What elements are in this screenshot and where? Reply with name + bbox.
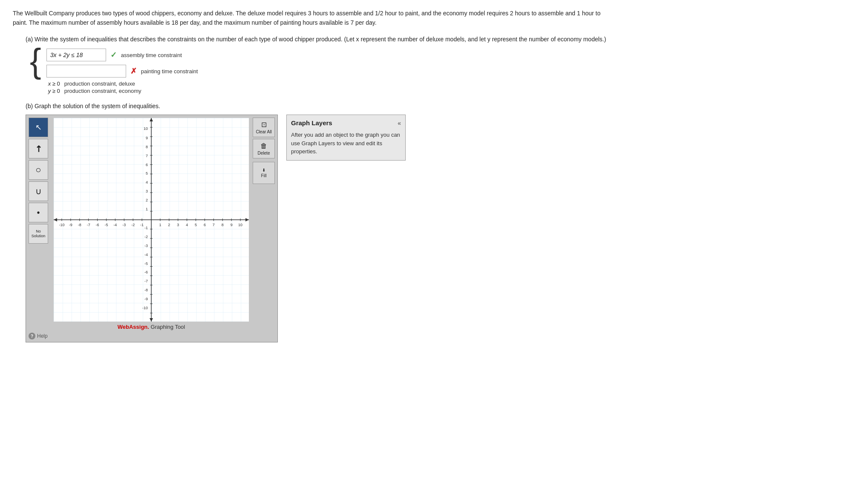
svg-text:4: 4: [146, 181, 148, 185]
svg-text:-2: -2: [131, 223, 135, 227]
graph-layers-description: After you add an object to the graph you…: [291, 131, 401, 156]
constraint-label-3b: production constraint, economy: [64, 88, 141, 94]
graph-toolbar: ↖ ↗ ○ ∪ •: [29, 118, 50, 244]
svg-text:-6: -6: [144, 270, 148, 275]
svg-text:-6: -6: [96, 223, 99, 227]
xy-constraints: x ≥ 0 y ≥ 0: [46, 80, 60, 94]
constraint-row-1: 3x + 2y ≤ 18 ✓ assembly time constraint: [46, 48, 198, 62]
fill-button[interactable]: ⬇ Fill: [253, 162, 275, 184]
no-solution-label: No Solution: [30, 229, 46, 239]
svg-text:-4: -4: [113, 223, 117, 227]
graph-layers-panel: Graph Layers « After you add an object t…: [286, 115, 406, 161]
constraint-input-2[interactable]: [46, 65, 126, 78]
check-icon: ✓: [110, 50, 117, 60]
svg-text:-4: -4: [144, 253, 148, 257]
svg-text:-9: -9: [144, 297, 148, 301]
svg-text:5: 5: [195, 223, 197, 227]
svg-text:-10: -10: [59, 223, 64, 227]
clear-all-icon: ⊡: [261, 121, 267, 129]
circle-tool[interactable]: ○: [29, 160, 48, 180]
help-row[interactable]: ? Help: [29, 333, 275, 339]
delete-icon: 🗑: [260, 142, 267, 150]
constraint-label-1: assembly time constraint: [121, 52, 182, 58]
select-tool[interactable]: ↖: [29, 118, 48, 137]
graph-layers-title: Graph Layers: [291, 119, 332, 126]
svg-text:7: 7: [146, 154, 148, 158]
part-b-section: (b) Graph the solution of the system of …: [13, 103, 855, 342]
curve-tool[interactable]: ∪: [29, 181, 48, 201]
fill-icon: ⬇: [262, 168, 265, 172]
constraint-label-3a: production constraint, deluxe: [64, 80, 141, 87]
clear-all-button[interactable]: ⊡ Clear All: [253, 118, 275, 137]
svg-text:-1: -1: [140, 223, 144, 227]
part-b-title: (b) Graph the solution of the system of …: [26, 103, 855, 109]
svg-text:8: 8: [222, 223, 224, 227]
constraint-row-2: ✗ painting time constraint: [46, 64, 198, 78]
x-icon: ✗: [130, 66, 137, 76]
svg-text:-7: -7: [87, 223, 90, 227]
svg-text:7: 7: [213, 223, 215, 227]
constraint-row-3: x ≥ 0 y ≥ 0 production constraint, delux…: [46, 80, 198, 94]
svg-text:-8: -8: [144, 288, 148, 292]
svg-text:9: 9: [231, 223, 233, 227]
brace-symbol: {: [30, 44, 41, 78]
help-label: Help: [37, 333, 48, 339]
point-tool[interactable]: •: [29, 203, 48, 222]
svg-text:2: 2: [146, 198, 148, 202]
fill-label: Fill: [261, 173, 267, 178]
graph-svg: -10 -9 -8 -7 -6 -5 -4 -3 -2 -1 1 2: [54, 118, 249, 322]
clear-all-label: Clear All: [256, 129, 271, 134]
svg-text:9: 9: [146, 136, 148, 140]
svg-text:6: 6: [204, 223, 206, 227]
constraints-rows: 3x + 2y ≤ 18 ✓ assembly time constraint …: [46, 48, 198, 94]
svg-text:-2: -2: [144, 235, 148, 239]
help-icon: ?: [29, 333, 35, 339]
svg-text:-7: -7: [144, 279, 148, 284]
svg-text:2: 2: [168, 223, 170, 227]
constraint-label-2: painting time constraint: [141, 68, 198, 75]
svg-text:-5: -5: [104, 223, 108, 227]
problem-text: The Wellbuilt Company produces two types…: [13, 9, 609, 28]
constraint-eq-1: 3x + 2y ≤ 18: [46, 49, 106, 61]
svg-text:-1: -1: [144, 226, 148, 230]
graph-canvas[interactable]: -10 -9 -8 -7 -6 -5 -4 -3 -2 -1 1 2: [53, 118, 249, 322]
footer-text: Graphing Tool: [149, 324, 185, 330]
webassign-footer: WebAssign. Graphing Tool: [53, 324, 249, 330]
svg-text:5: 5: [146, 172, 148, 176]
svg-text:1: 1: [146, 207, 148, 211]
svg-text:3: 3: [177, 223, 179, 227]
svg-text:8: 8: [146, 145, 148, 149]
svg-text:3: 3: [146, 189, 148, 193]
svg-text:-8: -8: [78, 223, 81, 227]
svg-text:-10: -10: [142, 306, 148, 310]
svg-text:1: 1: [159, 223, 161, 227]
svg-text:-9: -9: [69, 223, 72, 227]
svg-text:10: 10: [238, 223, 242, 227]
svg-text:-3: -3: [122, 223, 126, 227]
svg-text:6: 6: [146, 163, 148, 167]
svg-text:-5: -5: [144, 262, 148, 266]
collapse-button[interactable]: «: [398, 120, 401, 126]
svg-text:-3: -3: [144, 244, 148, 248]
delete-button[interactable]: 🗑 Delete: [253, 139, 275, 158]
constraint-x: x ≥ 0: [48, 80, 60, 87]
webassign-brand: WebAssign.: [118, 324, 149, 330]
delete-label: Delete: [258, 151, 270, 155]
part-a-title: (a) Write the system of inequalities tha…: [26, 34, 855, 44]
part-a-section: (a) Write the system of inequalities tha…: [13, 34, 855, 94]
svg-text:4: 4: [186, 223, 188, 227]
constraint-y: y ≥ 0: [48, 88, 60, 94]
graph-layers-header: Graph Layers «: [291, 119, 401, 126]
side-buttons: ⊡ Clear All 🗑 Delete ⬇ Fill: [253, 118, 275, 184]
line-tool[interactable]: ↗: [29, 139, 48, 158]
no-solution-button[interactable]: No Solution: [29, 224, 48, 244]
constraint-system: { 3x + 2y ≤ 18 ✓ assembly time constrain…: [26, 48, 855, 94]
svg-text:10: 10: [144, 126, 148, 131]
